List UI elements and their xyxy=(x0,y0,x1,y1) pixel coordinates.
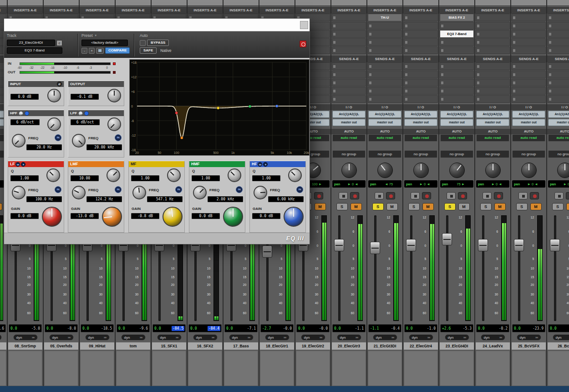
comments-box[interactable] xyxy=(440,351,474,386)
mute-button[interactable]: M xyxy=(0,203,2,210)
mute-button[interactable]: M xyxy=(386,203,398,210)
q-value[interactable]: 1.00 xyxy=(192,175,220,181)
record-arm-button[interactable] xyxy=(422,192,431,199)
next-preset-button[interactable]: + xyxy=(89,48,95,54)
pan-knob[interactable] xyxy=(449,163,465,178)
comments-box[interactable] xyxy=(116,351,150,386)
in-clip-led[interactable] xyxy=(113,62,116,65)
comments-box[interactable] xyxy=(44,351,78,386)
input-monitor-button[interactable] xyxy=(554,192,564,199)
insert-slot[interactable] xyxy=(476,62,510,70)
comments-box[interactable] xyxy=(224,351,258,386)
bell-toggle-icon[interactable] xyxy=(263,162,268,167)
dyn-button[interactable]: dyn »» xyxy=(373,334,397,341)
shelf-toggle-icon[interactable] xyxy=(258,162,262,167)
insert-slot[interactable] xyxy=(404,95,438,103)
dyn-button[interactable]: dyn »» xyxy=(553,334,569,341)
safe-button[interactable]: SAFE xyxy=(140,47,157,54)
track-name[interactable]: 18_ElecGtr1 xyxy=(260,342,294,350)
output-path[interactable]: master out xyxy=(440,119,473,126)
insert-slot[interactable] xyxy=(404,79,438,87)
dyn-button[interactable]: dyn »» xyxy=(481,334,505,341)
hpf-shape-icon[interactable] xyxy=(19,111,23,116)
insert-slot[interactable] xyxy=(476,14,510,21)
solo-button[interactable]: S xyxy=(408,203,420,210)
insert-slot[interactable] xyxy=(548,71,569,78)
eq-graph[interactable]: +18+12+60-6-12-1820501005001k5k10k20k xyxy=(129,59,310,156)
dyn-button[interactable]: dyn »» xyxy=(301,334,325,341)
group-assign[interactable]: no group xyxy=(476,150,509,158)
input-path[interactable]: An1(1)/A2(1)L xyxy=(332,111,366,118)
hpf-slope-knob[interactable] xyxy=(47,117,61,131)
track-name[interactable]: tom xyxy=(116,342,150,350)
track-name[interactable]: 17_Bass xyxy=(224,342,258,350)
hpf-slope-value[interactable]: 6 dB/oct xyxy=(10,119,40,125)
input-monitor-button[interactable] xyxy=(411,192,420,199)
hpf-freq-knob[interactable] xyxy=(12,134,25,148)
input-monitor-button[interactable] xyxy=(339,192,348,199)
insert-slot[interactable] xyxy=(548,62,569,70)
insert-slot[interactable] xyxy=(404,30,438,38)
output-gain-knob[interactable] xyxy=(107,89,121,102)
insert-slot[interactable] xyxy=(404,22,438,30)
automation-mode[interactable]: auto read xyxy=(512,134,545,142)
track-name[interactable]: 15_SFX1 xyxy=(152,342,186,350)
insert-slot[interactable] xyxy=(548,22,569,30)
insert-slot[interactable] xyxy=(368,87,402,95)
pan-knob[interactable] xyxy=(413,163,429,178)
insert-slot[interactable] xyxy=(548,46,569,54)
track-name[interactable] xyxy=(0,342,6,350)
insert-slot[interactable] xyxy=(476,30,510,38)
freq-value[interactable]: 124.2 Hz xyxy=(86,196,122,202)
insert-slot[interactable] xyxy=(332,30,366,38)
fader-handle[interactable] xyxy=(262,245,272,258)
track-name[interactable]: 23_ElcGt4DI xyxy=(440,342,474,350)
insert-slot[interactable] xyxy=(404,14,438,21)
insert-slot[interactable] xyxy=(332,14,366,21)
insert-slot[interactable] xyxy=(512,79,546,87)
track-name[interactable]: 26_BcV xyxy=(548,342,569,350)
dyn-button[interactable]: dyn »» xyxy=(337,334,361,341)
input-path[interactable]: An1(1)/A2(1)L xyxy=(404,111,437,118)
insert-slot[interactable] xyxy=(332,22,366,30)
freq-value[interactable]: 100.0 Hz xyxy=(26,196,62,202)
mute-button[interactable]: M xyxy=(351,203,362,210)
bypass-button[interactable]: BYPASS xyxy=(147,40,169,46)
gain-value[interactable]: 0.0 dB xyxy=(10,213,39,219)
mute-button[interactable]: M xyxy=(422,203,434,210)
automation-mode[interactable]: auto read xyxy=(476,134,509,142)
comments-box[interactable] xyxy=(512,351,546,386)
solo-button[interactable]: S xyxy=(516,203,528,210)
dyn-button[interactable]: dyn »» xyxy=(229,334,254,341)
input-gain-value[interactable]: 0.0 dB xyxy=(10,94,39,100)
dyn-button[interactable]: dyn »» xyxy=(445,334,469,341)
solo-button[interactable]: S xyxy=(552,203,564,210)
librarian-icon[interactable] xyxy=(96,48,104,54)
insert-slot[interactable] xyxy=(512,62,546,70)
automation-mode[interactable]: auto read xyxy=(404,134,437,142)
output-path[interactable]: master out xyxy=(512,119,545,126)
insert-slot[interactable] xyxy=(476,87,510,95)
output-path[interactable]: master out xyxy=(404,119,437,126)
input-monitor-button[interactable] xyxy=(375,192,384,199)
insert-slot[interactable] xyxy=(512,95,546,103)
record-arm-button[interactable] xyxy=(386,192,395,199)
input-monitor-button[interactable] xyxy=(483,192,492,199)
insert-slot[interactable] xyxy=(476,95,510,103)
record-arm-button[interactable] xyxy=(458,192,467,199)
comments-box[interactable] xyxy=(368,351,402,386)
insert-slot[interactable] xyxy=(440,62,474,70)
track-name[interactable]: 19_ElecGtr2 xyxy=(296,342,330,350)
freq-knob[interactable] xyxy=(254,186,267,199)
insert-slot[interactable] xyxy=(476,71,510,78)
automation-mode[interactable]: auto read xyxy=(368,134,401,142)
insert-slot[interactable] xyxy=(332,38,366,46)
insert-slot[interactable] xyxy=(476,38,510,46)
hpf-freq-value[interactable]: 20.0 Hz xyxy=(26,144,62,150)
gain-value[interactable]: -13.0 dB xyxy=(71,213,99,219)
mute-button[interactable]: M xyxy=(494,203,506,210)
q-knob[interactable] xyxy=(46,168,60,182)
insert-slot[interactable]: TH-U xyxy=(368,14,402,21)
dyn-button[interactable]: dyn »» xyxy=(409,334,433,341)
solo-button[interactable]: S xyxy=(336,203,348,210)
